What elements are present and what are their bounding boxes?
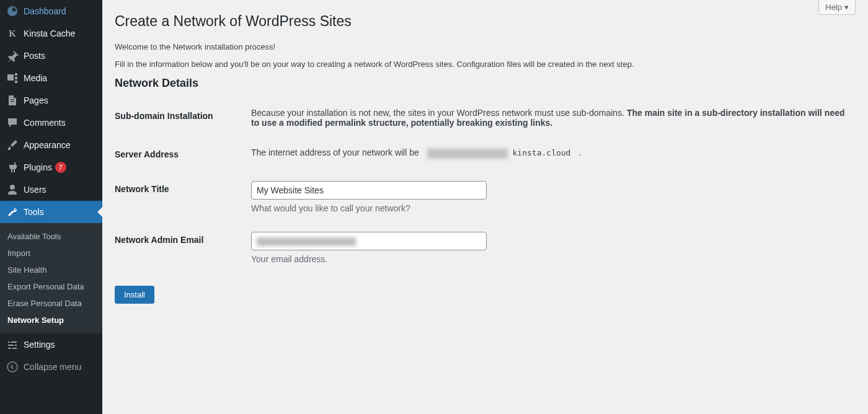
sidebar-item-appearance[interactable]: Appearance [0, 134, 102, 156]
chevron-down-icon: ▾ [844, 2, 849, 12]
sidebar-item-label: Appearance [24, 140, 71, 150]
sidebar-item-label: Comments [24, 118, 66, 128]
admin-email-blurred [257, 237, 356, 246]
sidebar-item-tools[interactable]: Tools [0, 201, 102, 223]
intro-text-2: Fill in the information below and you'll… [115, 59, 856, 69]
row-server-address: Server Address The internet address of y… [115, 137, 856, 172]
collapse-icon [6, 361, 19, 373]
plugin-icon [6, 161, 19, 174]
admin-email-input[interactable] [251, 232, 487, 250]
server-address-code: kinsta.cloud [422, 146, 577, 160]
subdomain-text: Because your installation is not new, th… [251, 108, 627, 118]
sidebar-item-label: Plugins [24, 162, 52, 172]
sidebar-item-label: Media [24, 73, 47, 83]
submenu-export-personal-data[interactable]: Export Personal Data [0, 278, 102, 295]
network-title-description: What would you like to call your network… [251, 203, 849, 213]
wrench-icon [6, 206, 19, 218]
submenu-site-health[interactable]: Site Health [0, 262, 102, 278]
sidebar-item-label: Kinsta Cache [24, 29, 75, 38]
sidebar-item-label: Posts [24, 51, 45, 61]
help-tab[interactable]: Help ▾ [818, 0, 856, 15]
sidebar-item-dashboard[interactable]: Dashboard [0, 0, 102, 22]
label-subdomain: Sub-domain Installation [115, 99, 251, 137]
comment-icon [6, 117, 19, 129]
kinsta-icon: K [6, 27, 19, 40]
help-label: Help [825, 2, 842, 12]
label-admin-email: Network Admin Email [115, 222, 251, 273]
svg-point-0 [7, 362, 17, 372]
row-admin-email: Network Admin Email Your email address. [115, 222, 856, 273]
update-count-badge: 7 [55, 162, 66, 173]
submenu-import[interactable]: Import [0, 245, 102, 262]
submenu-network-setup[interactable]: Network Setup [0, 312, 102, 328]
sidebar-item-kinsta-cache[interactable]: K Kinsta Cache [0, 22, 102, 45]
server-address-period: . [576, 148, 581, 157]
sidebar-item-posts[interactable]: Posts [0, 45, 102, 67]
install-button[interactable]: Install [115, 286, 154, 304]
pages-icon [6, 94, 19, 107]
sidebar-item-label: Settings [24, 340, 55, 350]
server-address-text: The internet address of your network wil… [251, 148, 422, 157]
server-address-suffix: kinsta.cloud [513, 148, 571, 157]
admin-email-description: Your email address. [251, 254, 849, 264]
row-network-title: Network Title What would you like to cal… [115, 172, 856, 222]
sidebar-item-plugins[interactable]: Plugins 7 [0, 156, 102, 178]
server-address-blurred [427, 149, 508, 159]
dashboard-icon [6, 5, 19, 17]
submenu-erase-personal-data[interactable]: Erase Personal Data [0, 295, 102, 312]
sidebar-item-label: Tools [24, 207, 44, 217]
sidebar-item-users[interactable]: Users [0, 178, 102, 201]
sidebar-item-comments[interactable]: Comments [0, 112, 102, 134]
label-server-address: Server Address [115, 137, 251, 172]
sidebar-item-label: Users [24, 185, 46, 195]
main-content: Help ▾ Create a Network of WordPress Sit… [102, 0, 868, 414]
media-icon [6, 72, 19, 84]
sidebar-item-settings[interactable]: Settings [0, 333, 102, 356]
brush-icon [6, 139, 19, 151]
sidebar-item-pages[interactable]: Pages [0, 89, 102, 112]
network-details-table: Sub-domain Installation Because your ins… [115, 99, 856, 273]
settings-sliders-icon [6, 338, 19, 351]
tools-submenu: Available Tools Import Site Health Expor… [0, 223, 102, 333]
page-title: Create a Network of WordPress Sites [115, 7, 856, 30]
collapse-label: Collapse menu [24, 362, 81, 372]
sidebar-item-label: Dashboard [24, 6, 66, 16]
section-heading: Network Details [115, 77, 856, 90]
admin-sidebar: Dashboard K Kinsta Cache Posts Media Pag… [0, 0, 102, 414]
label-network-title: Network Title [115, 172, 251, 222]
pushpin-icon [6, 50, 19, 62]
submenu-available-tools[interactable]: Available Tools [0, 228, 102, 245]
row-subdomain: Sub-domain Installation Because your ins… [115, 99, 856, 137]
intro-text-1: Welcome to the Network installation proc… [115, 42, 856, 51]
network-title-input[interactable] [251, 181, 487, 200]
sidebar-item-media[interactable]: Media [0, 67, 102, 89]
collapse-menu[interactable]: Collapse menu [0, 356, 102, 378]
sidebar-item-label: Pages [24, 95, 48, 105]
user-icon [6, 183, 19, 196]
